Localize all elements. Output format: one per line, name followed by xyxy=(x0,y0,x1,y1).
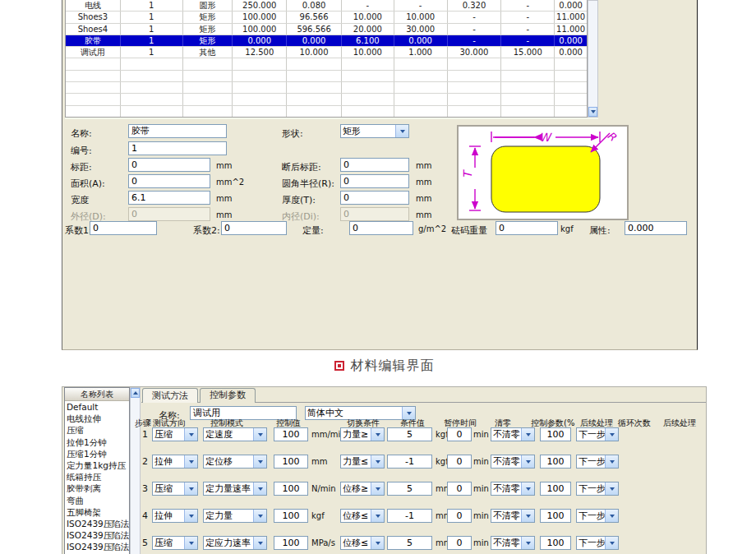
control-value-input[interactable]: 100 xyxy=(274,536,308,550)
list-item[interactable]: Default xyxy=(65,401,129,413)
control-mode-dropdown[interactable]: 定力量 xyxy=(203,509,267,523)
direction-dropdown[interactable]: 压缩 xyxy=(152,536,198,550)
dropdown-button[interactable] xyxy=(371,428,384,441)
dropdown-button[interactable] xyxy=(605,455,618,468)
dropdown-button[interactable] xyxy=(371,455,384,468)
direction-dropdown[interactable]: 拉伸 xyxy=(152,455,198,469)
coef2-input[interactable]: 0 xyxy=(221,221,287,235)
tab-control-params[interactable]: 控制参数 xyxy=(200,388,256,403)
scroll-up-button[interactable] xyxy=(131,388,140,398)
dropdown-button[interactable] xyxy=(184,482,197,495)
direction-dropdown[interactable]: 拉伸 xyxy=(152,509,198,523)
table-row[interactable]: Shoes41矩形100.000596.56620.00030.000--11.… xyxy=(66,24,587,35)
condition-value-input[interactable]: 5 xyxy=(387,536,432,550)
control-param-input[interactable]: 100 xyxy=(540,509,571,523)
attr-input[interactable]: 0.000 xyxy=(625,221,687,235)
switch-condition-dropdown[interactable]: 位移≤ xyxy=(340,509,385,523)
table-cell: 1 xyxy=(121,0,183,11)
clear-dropdown[interactable]: 不清零 xyxy=(491,482,535,496)
dropdown-button[interactable] xyxy=(253,482,266,495)
dropdown-button[interactable] xyxy=(605,510,618,522)
dropdown-button[interactable] xyxy=(253,510,266,522)
control-mode-dropdown[interactable]: 定速度 xyxy=(203,427,267,441)
control-value-input[interactable]: 100 xyxy=(274,509,308,523)
dropdown-button[interactable] xyxy=(521,428,534,441)
dropdown-button[interactable] xyxy=(184,537,197,549)
clear-dropdown[interactable]: 不清零 xyxy=(491,536,535,550)
id-input[interactable]: 1 xyxy=(128,141,227,155)
control-param-input[interactable]: 100 xyxy=(540,455,571,469)
dropdown-button[interactable] xyxy=(521,537,534,549)
radius-input[interactable]: 0 xyxy=(340,174,409,188)
pause-time-input[interactable]: 0 xyxy=(447,482,472,496)
gauge-input[interactable]: 0 xyxy=(128,158,210,172)
pause-time-input[interactable]: 0 xyxy=(447,536,472,550)
control-mode-dropdown[interactable]: 定力量速率 xyxy=(203,482,267,496)
dropdown-button[interactable] xyxy=(395,125,408,137)
dropdown-button[interactable] xyxy=(371,510,384,522)
table-row[interactable]: 调试用1其他12.50010.00010.0001.00030.00015.00… xyxy=(66,47,587,58)
next-step-dropdown[interactable]: 下一步 xyxy=(576,509,619,523)
dropdown-button[interactable] xyxy=(184,510,197,522)
clear-dropdown[interactable]: 不清零 xyxy=(491,427,535,441)
dropdown-button[interactable] xyxy=(521,510,534,522)
clear-dropdown[interactable]: 不清零 xyxy=(491,455,535,469)
table-row[interactable]: 胶带1矩形0.0000.0006.1000.000--0.000 xyxy=(66,35,587,47)
dropdown-button[interactable] xyxy=(184,455,197,468)
next-step-dropdown[interactable]: 下一步 xyxy=(576,427,619,441)
area-input[interactable]: 0 xyxy=(128,174,210,188)
control-mode-dropdown[interactable]: 定位移 xyxy=(203,455,267,469)
next-step-dropdown[interactable]: 下一步 xyxy=(576,482,619,496)
condition-value-input[interactable]: 5 xyxy=(387,427,432,441)
break-gauge-input[interactable]: 0 xyxy=(340,158,409,172)
dropdown-button[interactable] xyxy=(253,428,266,441)
scroll-down-button[interactable] xyxy=(588,107,597,117)
pause-time-input[interactable]: 0 xyxy=(447,509,472,523)
name-list-scrollbar[interactable] xyxy=(130,387,141,554)
dropdown-button[interactable] xyxy=(605,482,618,495)
dropdown-button[interactable] xyxy=(371,537,384,549)
condition-value-input[interactable]: -1 xyxy=(387,509,432,523)
switch-condition-dropdown[interactable]: 位移≥ xyxy=(340,482,385,496)
condition-value-input[interactable]: -1 xyxy=(387,455,432,469)
dropdown-button[interactable] xyxy=(605,537,618,549)
dropdown-button[interactable] xyxy=(253,455,266,468)
pause-time-input[interactable]: 0 xyxy=(447,455,472,469)
material-table-scrollbar[interactable] xyxy=(588,0,598,118)
dropdown-button[interactable] xyxy=(521,482,534,495)
control-param-input[interactable]: 100 xyxy=(540,427,571,441)
table-row[interactable]: Shoes31矩形100.00096.56610.00010.000--11.0… xyxy=(66,12,587,23)
quant-input[interactable]: 0 xyxy=(349,221,413,235)
width-input[interactable]: 6.1 xyxy=(128,191,210,205)
pause-time-input[interactable]: 0 xyxy=(447,427,472,441)
tab-test-method[interactable]: 测试方法 xyxy=(142,388,198,403)
name-list-header[interactable]: 名称列表 xyxy=(65,388,129,401)
dropdown-arrow-icon xyxy=(258,515,263,518)
dropdown-button[interactable] xyxy=(521,455,534,468)
control-value-input[interactable]: 100 xyxy=(274,427,308,441)
next-step-dropdown[interactable]: 下一步 xyxy=(576,536,619,550)
coef1-input[interactable]: 0 xyxy=(90,221,157,235)
control-param-input[interactable]: 100 xyxy=(540,482,571,496)
control-value-input[interactable]: 100 xyxy=(274,482,308,496)
switch-condition-dropdown[interactable]: 力量≥ xyxy=(340,427,385,441)
dropdown-button[interactable] xyxy=(605,428,618,441)
switch-condition-dropdown[interactable]: 位移≤ xyxy=(340,536,385,550)
weight-input[interactable]: 0 xyxy=(496,221,558,235)
direction-dropdown[interactable]: 压缩 xyxy=(152,427,198,441)
control-mode-dropdown[interactable]: 定应力速率 xyxy=(203,536,267,550)
control-param-input[interactable]: 100 xyxy=(540,536,571,550)
switch-condition-dropdown[interactable]: 力量≤ xyxy=(340,455,385,469)
dropdown-button[interactable] xyxy=(371,482,384,495)
dropdown-button[interactable] xyxy=(253,537,266,549)
shape-dropdown[interactable]: 矩形 xyxy=(340,124,409,138)
clear-dropdown[interactable]: 不清零 xyxy=(491,509,535,523)
next-step-dropdown[interactable]: 下一步 xyxy=(576,455,619,469)
condition-value-input[interactable]: 5 xyxy=(387,482,432,496)
table-row[interactable]: 电线1圆形250.0000.080--0.320-0.000 xyxy=(66,0,587,12)
thickness-input[interactable]: 0 xyxy=(340,191,409,205)
direction-dropdown[interactable]: 压缩 xyxy=(152,482,198,496)
dropdown-button[interactable] xyxy=(184,428,197,441)
control-value-input[interactable]: 100 xyxy=(274,455,308,469)
name-input[interactable]: 胶带 xyxy=(128,124,227,138)
